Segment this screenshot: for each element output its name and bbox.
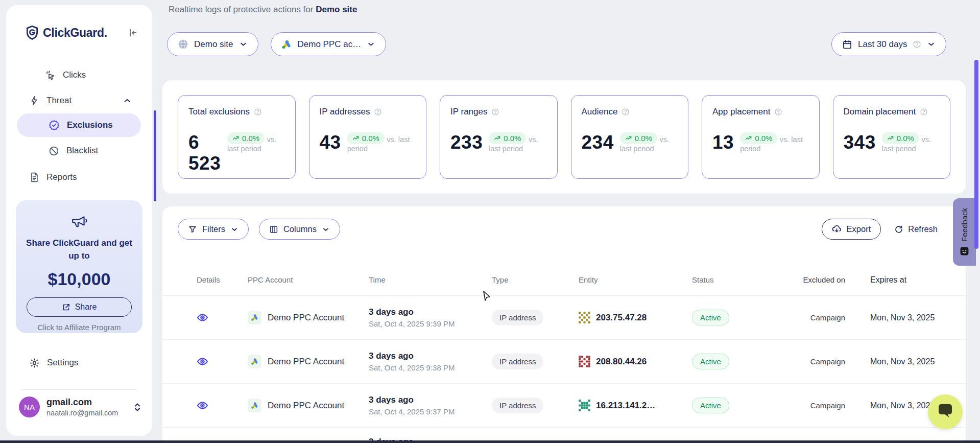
- refresh-button[interactable]: Refresh: [894, 224, 938, 234]
- chat-bubble-icon: [937, 404, 954, 420]
- time-relative: 3 days ago: [369, 351, 492, 361]
- status-badge: Active: [692, 354, 729, 369]
- site-selector-value: Demo site: [194, 39, 233, 50]
- table-row[interactable]: Demo PPC Account 3 days ago Sat, Oct 4, …: [162, 295, 966, 339]
- expires-at-value: Mon, Nov 3, 2025: [845, 313, 966, 322]
- help-icon[interactable]: [774, 108, 782, 116]
- view-details-eye-icon[interactable]: [197, 400, 248, 411]
- filters-dropdown-button[interactable]: Filters: [178, 219, 249, 240]
- stat-value: 233: [450, 132, 483, 153]
- identicon: [579, 312, 590, 323]
- chat-widget-button[interactable]: [928, 394, 963, 429]
- chevron-down-icon: [239, 40, 248, 49]
- chevron-down-icon: [322, 225, 330, 234]
- sidebar-item-reports[interactable]: Reports: [6, 165, 152, 190]
- page-scrollbar[interactable]: [974, 60, 978, 249]
- stat-card-app-placement: App placement 13 0.0% vs. last period: [702, 95, 820, 179]
- share-button-label: Share: [75, 302, 97, 312]
- stat-change-badge: 0.0%: [620, 132, 657, 144]
- type-badge: IP address: [492, 354, 543, 369]
- promo-amount: $10,000: [25, 269, 133, 289]
- help-icon[interactable]: [254, 108, 262, 116]
- ppc-account-name: Demo PPC Account: [268, 357, 344, 367]
- help-icon[interactable]: [920, 108, 928, 116]
- avatar: NA: [19, 397, 40, 417]
- shield-logo-icon: [26, 26, 39, 40]
- stat-label: IP ranges: [450, 107, 487, 117]
- time-full: Sat, Oct 4, 2025 9:38 PM: [369, 363, 492, 372]
- stat-change-badge: 0.0%: [347, 132, 385, 144]
- sidebar-item-label: Reports: [46, 172, 77, 182]
- help-icon[interactable]: [374, 108, 382, 116]
- ppc-account-name: Demo PPC Account: [268, 401, 344, 411]
- expires-at-value: Mon, Nov 3, 2025: [845, 357, 966, 366]
- trend-up-icon: [745, 135, 752, 142]
- table-row[interactable]: Demo PPC Account 3 days ago Sat, Oct 4, …: [162, 383, 966, 427]
- user-name: gmail.com: [46, 397, 118, 408]
- sidebar-item-label: Threat: [46, 96, 71, 106]
- date-range-dropdown[interactable]: Last 30 days: [831, 32, 946, 56]
- share-button[interactable]: Share: [27, 297, 132, 317]
- view-details-eye-icon[interactable]: [197, 356, 248, 367]
- user-email: naatali.ro@gmail.com: [46, 409, 118, 417]
- export-button[interactable]: Export: [822, 219, 881, 240]
- stat-value: 6 523: [188, 132, 221, 174]
- affiliate-program-link[interactable]: Click to Affiliate Program: [25, 323, 133, 332]
- subtitle-site-name: Demo site: [316, 5, 357, 14]
- feedback-chat-icon: [960, 246, 969, 256]
- sidebar-item-settings[interactable]: Settings: [6, 350, 152, 376]
- help-icon[interactable]: [913, 40, 921, 49]
- ppc-account-selector-value: Demo PPC ac…: [298, 39, 362, 50]
- promo-title: Share ClickGuard and get up to: [25, 237, 133, 262]
- time-full: Sat, Oct 4, 2025 9:39 PM: [369, 319, 492, 328]
- calendar-icon: [842, 39, 852, 50]
- column-header-entity: Entity: [579, 275, 692, 284]
- stat-card-ip-addresses: IP addresses 43 0.0% vs. last period: [309, 95, 427, 179]
- help-icon[interactable]: [622, 108, 630, 116]
- trend-up-icon: [352, 135, 360, 142]
- site-selector-dropdown[interactable]: Demo site: [167, 32, 258, 56]
- ban-icon: [49, 146, 59, 156]
- date-range-value: Last 30 days: [858, 39, 907, 50]
- sidebar-item-blacklist[interactable]: Blacklist: [17, 139, 141, 162]
- google-ads-icon: [248, 399, 261, 412]
- clickguard-logo: ClickGuard.: [26, 26, 107, 40]
- sidebar-item-clicks[interactable]: Clicks: [6, 62, 152, 88]
- sidebar-menu: Clicks Threat Exclusions Blacklist: [6, 62, 152, 190]
- sidebar-divider: [21, 389, 137, 390]
- ppc-account-selector-dropdown[interactable]: Demo PPC ac…: [271, 32, 387, 56]
- chevron-down-icon: [230, 225, 238, 234]
- badge-check-icon: [49, 120, 60, 131]
- columns-icon: [269, 225, 278, 234]
- type-badge: IP address: [492, 398, 543, 413]
- columns-dropdown-button[interactable]: Columns: [259, 219, 340, 240]
- excluded-on-value: Campaign: [774, 313, 845, 322]
- stat-card-total-exclusions: Total exclusions 6 523 0.0% vs. last per…: [178, 95, 296, 179]
- sidebar-item-exclusions[interactable]: Exclusions: [17, 113, 141, 137]
- excluded-on-value: Campaign: [774, 357, 845, 366]
- sidebar-collapse-icon[interactable]: [127, 27, 138, 38]
- feedback-tab[interactable]: Feedback: [953, 198, 976, 266]
- stat-card-ip-ranges: IP ranges 233 0.0% vs. last period: [440, 95, 558, 179]
- identicon: [579, 400, 590, 411]
- affiliate-promo-card: Share ClickGuard and get up to $10,000 S…: [16, 200, 142, 333]
- stat-card-audience: Audience 234 0.0% vs. last period: [571, 95, 689, 179]
- view-details-eye-icon[interactable]: [197, 312, 248, 323]
- help-icon[interactable]: [491, 108, 499, 116]
- column-header-ppc-account: PPC Account: [248, 275, 369, 284]
- stat-label: App placement: [712, 107, 770, 117]
- table-header-row: Details PPC Account Time Type Entity Sta…: [162, 264, 966, 295]
- stat-label: Domain placement: [844, 107, 916, 117]
- account-switcher[interactable]: NA gmail.com naatali.ro@gmail.com: [19, 397, 141, 417]
- excluded-on-value: Campaign: [774, 401, 845, 410]
- sidebar-item-threat[interactable]: Threat: [6, 88, 152, 113]
- entity-value: 208.80.44.26: [596, 357, 647, 367]
- stats-panel: Total exclusions 6 523 0.0% vs. last per…: [162, 80, 966, 194]
- table-row[interactable]: Demo PPC Account 3 days ago Sat, Oct 4, …: [162, 339, 966, 383]
- time-full: Sat, Oct 4, 2025 9:37 PM: [369, 407, 492, 416]
- exclusions-table-panel: Filters Columns Export Refresh Details P…: [162, 206, 966, 443]
- time-relative: 3 days ago: [369, 395, 492, 405]
- submenu-scrollbar[interactable]: [154, 110, 156, 201]
- column-header-excluded-on: Excluded on: [774, 274, 845, 285]
- stat-change-badge: 0.0%: [489, 132, 526, 144]
